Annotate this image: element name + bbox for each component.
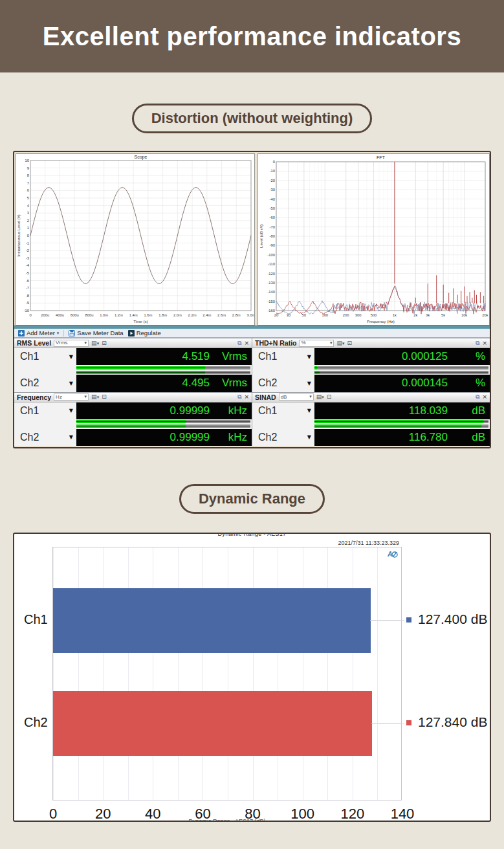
channel-selector[interactable]: Ch2▼ [14,375,76,391]
meter-bars [14,419,252,429]
chevron-down-icon: ▼ [307,434,311,440]
meter-menu-icon[interactable]: ▤▾ [336,340,344,346]
svg-text:1.6m: 1.6m [144,313,152,317]
svg-text:9: 9 [27,166,29,170]
svg-text:20: 20 [274,313,278,317]
channel-selector[interactable]: Ch1▼ [14,348,76,365]
close-icon[interactable]: × [244,340,249,346]
add-meter-button[interactable]: Add Meter ▾ [17,329,60,336]
chevron-down-icon: ▼ [69,434,73,440]
meter-unit-select[interactable]: dB▾ [279,393,314,401]
svg-text:3: 3 [27,211,29,215]
svg-text:-7: -7 [26,286,29,290]
page-title: Excellent performance indicators [43,22,461,51]
popout-icon[interactable]: ⧉ [476,394,479,400]
svg-text:-60: -60 [270,215,275,219]
svg-text:2.4m: 2.4m [203,313,211,317]
svg-text:-70: -70 [270,225,275,229]
svg-text:1.2m: 1.2m [115,313,123,317]
meter-channel-row: Ch1▼0.000125% [252,348,490,365]
value-marker-ch2 [406,720,411,725]
meter-bars [14,365,252,375]
meter-channel-row: Ch1▼4.519Vrms [14,348,252,365]
svg-text:10k: 10k [461,313,467,317]
svg-text:500: 500 [371,313,377,317]
svg-text:-4: -4 [26,263,30,267]
meter-settings-icon[interactable]: ⊡ [102,340,107,346]
svg-text:-50: -50 [270,206,275,210]
channel-selector[interactable]: Ch1▼ [252,348,314,365]
meter-channel-row: Ch2▼0.000145% [252,375,490,391]
svg-text:-3: -3 [26,256,29,260]
svg-text:-1: -1 [26,241,29,245]
meter-value-unit: kHz [210,404,247,417]
popout-icon[interactable]: ⧉ [237,340,241,346]
analyzer-plots: Scope109876543210-1-2-3-4-5-6-7-8-9-1002… [14,152,490,325]
svg-text:1.0m: 1.0m [100,313,108,317]
add-icon [18,330,25,336]
meter-unit-select[interactable]: Vrms▾ [54,340,89,347]
svg-text:600u: 600u [71,313,79,317]
meter-settings-icon[interactable]: ⊡ [327,394,332,400]
svg-text:4: 4 [27,204,30,208]
svg-text:1.8m: 1.8m [159,313,167,317]
close-icon[interactable]: × [482,340,487,346]
chevron-down-icon: ▼ [69,408,73,413]
meter-display: 0.99999kHz [76,402,252,419]
x-tick-label: 20 [95,806,111,822]
meter-display: 4.519Vrms [76,348,252,365]
level-bar-track [314,366,488,369]
popout-icon[interactable]: ⧉ [237,394,241,400]
meter-name: Frequency [17,393,51,401]
channel-selector[interactable]: Ch2▼ [252,375,314,391]
meter-menu-icon[interactable]: ▤▾ [91,340,99,346]
meter-value: 0.99999 [170,431,210,444]
svg-text:-90: -90 [270,243,275,247]
meter-unit-select[interactable]: %▾ [299,340,334,347]
chevron-down-icon: ▾ [85,341,87,346]
meter-value-unit: % [448,377,485,390]
level-bar-fill [76,424,186,428]
meter-menu-icon[interactable]: ▤▾ [316,394,324,400]
svg-text:-120: -120 [267,272,275,276]
category-label-ch1: Ch1 [24,612,51,627]
level-bar-fill [314,366,317,369]
channel-selector[interactable]: Ch1▼ [14,402,76,419]
regulate-button[interactable]: Regulate [127,329,162,336]
fft-plot: FFT0-10-20-30-40-50-60-70-80-90-100-110-… [258,154,489,326]
svg-text:0: 0 [273,160,275,164]
play-icon [128,330,135,336]
svg-text:-80: -80 [270,234,275,238]
meter-channel-row: Ch2▼116.780dB [252,429,490,446]
popout-icon[interactable]: ⧉ [476,340,479,346]
meter-menu-icon[interactable]: ▤▾ [91,394,99,400]
meter-value-unit: dB [448,404,485,417]
meter-toolbar: Add Meter ▾ Save Meter Data Regulate [14,329,490,338]
meter-bars [252,365,490,375]
meter-value: 118.039 [409,404,448,417]
level-bar-fill [314,420,483,423]
meter-channel-row: Ch2▼4.495Vrms [14,375,252,391]
svg-text:0: 0 [27,234,29,237]
svg-text:800u: 800u [85,313,93,317]
close-icon[interactable]: × [244,394,249,400]
channel-selector[interactable]: Ch2▼ [252,429,314,446]
meter-display: 0.99999kHz [76,429,252,446]
svg-text:3k: 3k [426,313,430,317]
meter-settings-icon[interactable]: ⊡ [102,394,107,400]
svg-text:200: 200 [343,313,349,317]
level-bar-track [76,371,250,374]
close-icon[interactable]: × [482,394,487,400]
channel-selector[interactable]: Ch1▼ [252,402,314,419]
channel-selector[interactable]: Ch2▼ [14,429,76,446]
meter-settings-icon[interactable]: ⊡ [347,340,353,346]
save-meter-data-button[interactable]: Save Meter Data [67,329,124,336]
fft-panel: FFT0-10-20-30-40-50-60-70-80-90-100-110-… [257,153,490,325]
x-tick-label: 60 [195,806,210,822]
svg-text:10: 10 [25,159,29,162]
section-pill-dynamic-range: Dynamic Range [179,484,325,514]
svg-text:-100: -100 [267,253,275,257]
meter-unit-select[interactable]: Hz▾ [54,393,89,401]
svg-text:Scope: Scope [135,155,148,160]
value-label-ch1: 127.400 dB [418,612,487,627]
